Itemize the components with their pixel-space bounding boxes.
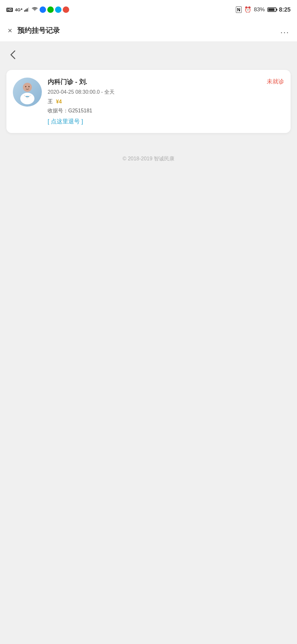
footer: © 2018-2019 智诚民康 [0,149,297,169]
svg-point-7 [25,86,26,87]
svg-rect-6 [26,96,29,97]
status-bar-left: HD 4G⁴ [6,6,69,13]
status-label: 未就诊 [267,78,284,85]
network-icon: 4G⁴ [15,7,22,12]
signal-icon [24,7,30,13]
nav-left: × 预约挂号记录 [8,26,60,35]
receipt-label: 收据号： [48,108,68,113]
svg-rect-2 [27,8,28,12]
wifi-icon [32,7,38,13]
appt-person-fee: 王 ¥4 [48,98,284,105]
svg-point-5 [20,93,34,104]
app-icons [40,6,69,13]
status-bar-right: N ⏰ 83% 8:25 [236,6,291,13]
svg-rect-3 [28,7,29,12]
nav-bar: × 预约挂号记录 ... [0,19,297,42]
dept-doctor: 内科门诊 - 刘. [48,78,87,86]
card-container: 内科门诊 - 刘. 未就诊 2020-04-25 08:30:00.0 - 全天… [0,67,297,139]
status-time: 8:25 [279,6,291,13]
alarm-icon: ⏰ [244,6,251,13]
main-content: 内科门诊 - 刘. 未就诊 2020-04-25 08:30:00.0 - 全天… [0,42,297,557]
battery-percent: 83% [254,6,265,13]
svg-rect-0 [24,10,25,12]
card-top: 内科门诊 - 刘. 未就诊 2020-04-25 08:30:00.0 - 全天… [13,78,284,125]
status-bar: HD 4G⁴ N [0,0,297,19]
more-button[interactable]: ... [280,25,289,35]
refund-button[interactable]: [ 点这里退号 ] [48,118,284,125]
receipt-number: 收据号：G2515181 [48,108,284,114]
copyright-text: © 2018-2019 智诚民康 [123,156,174,161]
card-header-row: 内科门诊 - 刘. 未就诊 [48,78,284,86]
receipt-no-value: G2515181 [68,108,92,113]
nfc-icon: N [236,6,242,13]
close-button[interactable]: × [8,26,12,35]
doctor-avatar [13,78,42,107]
page-title: 预约挂号记录 [17,26,60,35]
svg-point-4 [23,83,32,92]
appt-time: 2020-04-25 08:30:00.0 - 全天 [48,89,284,96]
card-info: 内科门诊 - 刘. 未就诊 2020-04-25 08:30:00.0 - 全天… [48,78,284,125]
appointment-card: 内科门诊 - 刘. 未就诊 2020-04-25 08:30:00.0 - 全天… [6,70,291,133]
back-area [0,42,297,67]
svg-rect-1 [25,9,26,12]
hd-icon: HD [6,8,13,12]
svg-point-8 [28,86,30,87]
person-name: 王 [48,98,53,105]
back-button[interactable] [8,48,17,63]
fee: ¥4 [56,99,62,105]
battery-icon [267,7,276,12]
